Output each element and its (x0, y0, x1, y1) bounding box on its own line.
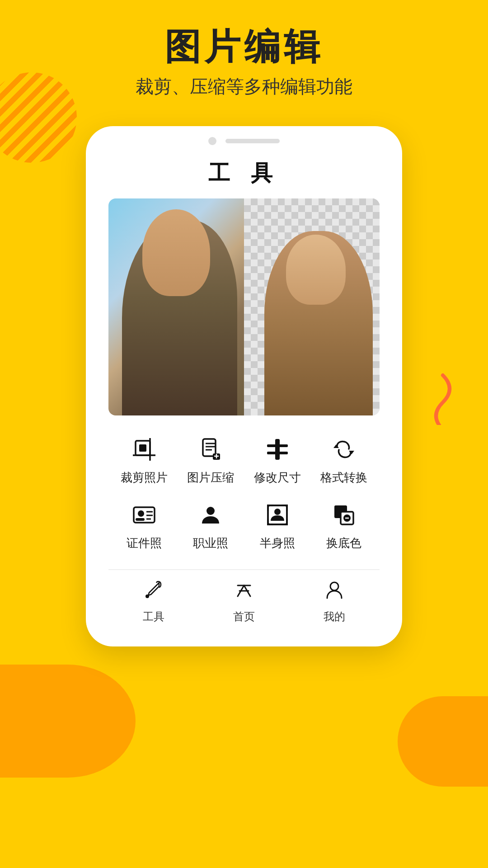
nav-mine[interactable]: 我的 (289, 579, 380, 624)
phone-frame: 工 具 (86, 126, 402, 646)
header: 图片编辑 裁剪、压缩等多种编辑功能 (0, 0, 488, 113)
bg-decoration-blob-right (398, 696, 488, 787)
svg-point-24 (274, 509, 281, 515)
tool-crop[interactable]: 裁剪照片 (113, 434, 175, 486)
bg-decoration-blob-left (0, 665, 136, 778)
tool-resize[interactable]: 修改尺寸 (246, 434, 309, 486)
id-photo-icon (128, 499, 160, 531)
portrait-icon (262, 499, 293, 531)
svg-rect-13 (267, 452, 288, 454)
compress-icon (195, 434, 226, 465)
image-original (108, 198, 244, 415)
header-title: 图片编辑 (0, 27, 488, 67)
tool-convert[interactable]: 格式转换 (313, 434, 375, 486)
header-subtitle: 裁剪、压缩等多种编辑功能 (0, 74, 488, 99)
crop-label: 裁剪照片 (121, 470, 168, 486)
mine-nav-icon (324, 579, 345, 606)
phone-content: 工 具 (86, 150, 402, 624)
svg-rect-18 (136, 518, 145, 521)
tool-bg-change[interactable]: 换底色 (313, 499, 375, 551)
svg-marker-15 (349, 451, 354, 454)
compress-label: 图片压缩 (187, 470, 234, 486)
phone-speaker (225, 139, 280, 143)
crop-icon (128, 434, 160, 465)
convert-label: 格式转换 (320, 470, 367, 486)
bg-change-label: 换底色 (326, 535, 361, 551)
svg-rect-11 (275, 439, 280, 460)
tools-nav-icon (143, 579, 164, 606)
svg-point-17 (138, 510, 144, 517)
phone-mockup: 工 具 (0, 126, 488, 646)
svg-rect-1 (139, 444, 146, 452)
work-photo-icon (195, 499, 226, 531)
mine-nav-label: 我的 (324, 609, 345, 624)
tools-grid: 裁剪照片 图片压缩 (108, 434, 380, 551)
person-face (286, 235, 346, 305)
portrait-label: 半身照 (260, 535, 295, 551)
resize-label: 修改尺寸 (254, 470, 301, 486)
tools-nav-label: 工具 (143, 609, 164, 624)
home-nav-label: 首页 (233, 609, 255, 624)
tool-compress[interactable]: 图片压缩 (180, 434, 242, 486)
svg-rect-12 (267, 444, 288, 447)
tool-work-photo[interactable]: 职业照 (180, 499, 242, 551)
tool-id-photo[interactable]: 证件照 (113, 499, 175, 551)
tool-portrait[interactable]: 半身照 (246, 499, 309, 551)
person-silhouette (264, 231, 373, 415)
section-title: 工 具 (108, 159, 380, 188)
svg-point-35 (330, 582, 338, 590)
image-transparent (244, 198, 380, 415)
resize-icon (262, 434, 293, 465)
nav-tools[interactable]: 工具 (108, 579, 199, 624)
id-photo-label: 证件照 (127, 535, 162, 551)
svg-marker-14 (333, 444, 339, 448)
bottom-nav: 工具 首页 (108, 570, 380, 624)
convert-icon (328, 434, 360, 465)
home-nav-icon (233, 579, 255, 606)
svg-point-22 (206, 507, 215, 515)
phone-camera (208, 137, 216, 145)
image-preview (108, 198, 380, 415)
nav-home[interactable]: 首页 (199, 579, 289, 624)
svg-point-30 (145, 594, 149, 598)
work-photo-label: 职业照 (193, 535, 228, 551)
bg-change-icon (328, 499, 360, 531)
phone-notch (86, 126, 402, 150)
